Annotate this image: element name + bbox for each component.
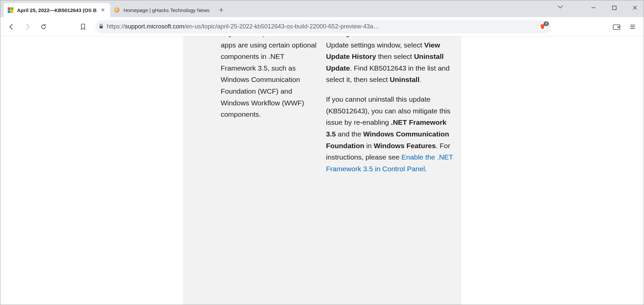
tab-ghacks[interactable]: Homepage | gHacks Technology News — [110, 3, 214, 17]
ghacks-favicon-icon — [114, 7, 120, 13]
tab-kb5012643[interactable]: April 25, 2022—KB5012643 (OS B ✕ — [4, 3, 110, 17]
shields-count-badge: 4 — [544, 21, 549, 26]
article-content: IT admins After installing this update, … — [183, 36, 461, 305]
svg-rect-1 — [613, 6, 616, 10]
microsoft-favicon-icon — [8, 7, 14, 13]
brave-shields-button[interactable]: 4 — [538, 22, 547, 31]
tab-title: April 25, 2022—KB5012643 (OS B — [17, 7, 97, 13]
minimize-button[interactable] — [587, 3, 599, 12]
forward-button[interactable] — [21, 20, 34, 33]
svg-rect-6 — [618, 26, 620, 28]
tab-close-button[interactable]: ✕ — [100, 7, 106, 13]
svg-rect-5 — [613, 25, 620, 29]
back-button[interactable] — [5, 20, 18, 33]
lock-icon — [99, 23, 103, 30]
url-prefix: https:// — [107, 23, 125, 30]
tab-bar: April 25, 2022—KB5012643 (OS B ✕ Homepag… — [0, 0, 644, 17]
tab-search-button[interactable] — [557, 4, 563, 10]
new-tab-button[interactable]: + — [216, 4, 227, 16]
svg-rect-4 — [99, 26, 103, 28]
browser-chrome: April 25, 2022—KB5012643 (OS B ✕ Homepag… — [0, 0, 644, 36]
workaround-paragraph-1: To mitigate this issue, you can uninstal… — [326, 36, 456, 86]
known-issues-row: IT admins After installing this update, … — [183, 36, 461, 183]
window-controls — [587, 3, 641, 12]
maximize-button[interactable] — [608, 3, 620, 12]
url-display: https://support.microsoft.com/en-us/topi… — [107, 23, 534, 30]
page-content-scroll[interactable]: IT admins After installing this update, … — [0, 36, 644, 305]
wallet-button[interactable] — [610, 20, 623, 33]
address-bar[interactable]: https://support.microsoft.com/en-us/topi… — [95, 20, 551, 33]
close-button[interactable] — [629, 3, 641, 12]
navigation-toolbar: https://support.microsoft.com/en-us/topi… — [0, 17, 644, 36]
symptom-cell: After installing this update, some .NET … — [221, 36, 326, 183]
reload-button[interactable] — [37, 20, 50, 33]
audience-cell: IT admins — [188, 36, 221, 183]
bookmark-button[interactable] — [77, 20, 89, 33]
menu-button[interactable] — [626, 20, 639, 33]
url-path: /en-us/topic/april-25-2022-kb5012643-os-… — [184, 23, 379, 30]
workaround-paragraph-2: If you cannot uninstall this update (KB5… — [326, 94, 456, 175]
workaround-cell: To mitigate this issue, you can uninstal… — [326, 36, 456, 183]
tab-title: Homepage | gHacks Technology News — [124, 7, 210, 13]
url-host: support.microsoft.com — [125, 23, 184, 30]
